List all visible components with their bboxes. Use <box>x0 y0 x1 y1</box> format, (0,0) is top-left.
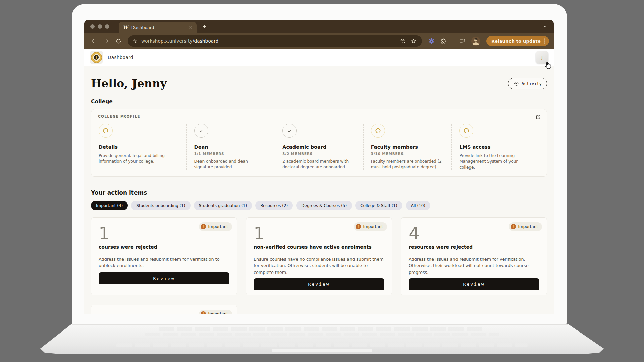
relaunch-label: Relaunch to update <box>491 39 541 44</box>
window-close-button[interactable] <box>90 24 95 29</box>
tab-title: Dashboard <box>131 25 185 30</box>
action-description: Address the issues and resubmit them for… <box>99 256 229 269</box>
relaunch-button[interactable]: Relaunch to update <box>486 36 549 46</box>
forward-icon[interactable] <box>101 36 112 46</box>
window-controls[interactable] <box>90 24 109 29</box>
review-button[interactable]: Review <box>99 272 229 284</box>
profile-step-title: Academic board <box>282 144 356 150</box>
laptop-keyboard <box>159 327 485 331</box>
extension-gear-icon[interactable] <box>426 36 437 46</box>
window-maximize-button[interactable] <box>105 24 109 29</box>
profile-step-dean: Dean 1/1 MEMBERS Dean onboarded and dean… <box>186 124 275 170</box>
action-description: Address the issues and resubmit them for… <box>409 256 539 276</box>
filter-chip-resources[interactable]: Resources (2) <box>255 201 293 210</box>
important-badge: ! Important <box>199 310 232 314</box>
action-description: Ensure courses have no compliance issues… <box>254 256 384 276</box>
browser-tab[interactable]: W Dashboard <box>119 22 197 33</box>
filter-chip-college-staff[interactable]: College & Staff (1) <box>355 201 402 210</box>
college-section-heading: College <box>91 99 547 105</box>
browser-toolbar: workshop.x.university/dashboard <box>84 33 554 49</box>
alert-dot-icon: ! <box>201 224 206 229</box>
review-button[interactable]: Review <box>254 278 384 290</box>
action-card: ! Important 4 resources were rejected Ad… <box>401 217 547 295</box>
filter-chip-row: Important (4) Students onboarding (1) St… <box>91 201 547 210</box>
kebab-menu-icon[interactable] <box>544 38 545 44</box>
college-seal-logo[interactable] <box>90 51 103 64</box>
tab-close-icon[interactable] <box>189 26 193 29</box>
alert-dot-icon: ! <box>511 224 516 229</box>
filter-chip-students-onboarding[interactable]: Students onboarding (1) <box>131 201 190 210</box>
external-link-icon[interactable] <box>535 114 541 120</box>
status-progress-icon <box>99 124 113 138</box>
profile-step-title: Faculty members <box>371 144 444 150</box>
card-divider <box>409 253 539 253</box>
address-bar[interactable]: workshop.x.university/dashboard <box>128 35 422 47</box>
browser-tab-strip: W Dashboard <box>84 20 554 33</box>
action-card: ! Important 1 courses were rejected Addr… <box>91 217 237 295</box>
media-controls-icon[interactable] <box>457 36 468 46</box>
zoom-out-icon[interactable] <box>400 38 406 44</box>
action-items-heading: Your action items <box>91 189 547 196</box>
laptop-trackpad <box>272 349 372 352</box>
action-title: courses were rejected <box>99 244 229 250</box>
profile-step-description: 2 academic board members with doctoral d… <box>282 159 356 170</box>
status-done-icon <box>194 124 208 138</box>
alert-dot-icon: ! <box>201 311 206 314</box>
browser-profile-avatar[interactable] <box>471 37 480 46</box>
profile-step-members: 3/10 MEMBERS <box>371 152 444 156</box>
tab-search-chevron-icon[interactable] <box>543 24 548 29</box>
profile-step-description: Provide general, legal and billing infor… <box>99 153 179 165</box>
important-badge: ! Important <box>509 222 542 231</box>
profile-step-description: Dean onboarded and dean signature provid… <box>194 159 268 170</box>
reload-icon[interactable] <box>113 36 124 46</box>
profile-step-title: LMS access <box>459 144 533 150</box>
desktop-background: W Dashboard <box>0 0 644 362</box>
profile-step-members: 3/2 MEMBERS <box>282 152 356 156</box>
review-button[interactable]: Review <box>409 278 539 290</box>
filter-chip-all[interactable]: All (10) <box>406 201 430 210</box>
important-badge: ! Important <box>199 222 232 231</box>
action-title: non-verified courses have active enrolme… <box>254 244 384 250</box>
pointer-cursor-icon <box>543 61 552 70</box>
filter-chip-students-graduation[interactable]: Students graduation (1) <box>194 201 252 210</box>
action-card-partial: ! Important 12 <box>91 305 237 314</box>
browser-window: W Dashboard <box>84 20 554 314</box>
profile-step-lms-access: LMS access Provide link to the Learning … <box>451 124 540 170</box>
profile-step-academic-board: Academic board 3/2 MEMBERS 2 academic bo… <box>275 124 363 170</box>
status-progress-icon <box>459 124 473 138</box>
status-done-icon <box>282 124 297 138</box>
page-viewport: Dashboard J Hello, Jenny Activity <box>84 49 554 314</box>
history-icon <box>514 81 519 86</box>
activity-button[interactable]: Activity <box>508 78 547 89</box>
site-settings-icon[interactable] <box>132 38 138 44</box>
tab-favicon-icon: W <box>123 25 128 30</box>
profile-step-title: Dean <box>194 144 268 150</box>
alert-dot-icon: ! <box>356 224 361 229</box>
extensions-puzzle-icon[interactable] <box>438 36 449 46</box>
page-greeting: Hello, Jenny <box>91 77 167 90</box>
filter-chip-degrees-courses[interactable]: Degrees & Courses (5) <box>296 201 352 210</box>
activity-label: Activity <box>522 81 542 86</box>
card-divider <box>99 253 229 253</box>
status-progress-icon <box>371 124 385 138</box>
laptop-keyboard <box>145 333 499 336</box>
college-profile-label: COLLEGE PROFILE <box>98 114 540 118</box>
new-tab-button[interactable] <box>202 24 207 29</box>
action-title: resources were rejected <box>409 244 539 250</box>
card-divider <box>254 253 384 253</box>
profile-step-description: Faculty members are onboarded (2 must ho… <box>371 159 444 170</box>
window-minimize-button[interactable] <box>98 24 102 29</box>
url-text[interactable]: workshop.x.university/dashboard <box>141 38 219 44</box>
bookmark-star-icon[interactable] <box>411 38 417 44</box>
filter-chip-important[interactable]: Important (4) <box>91 201 128 210</box>
profile-step-description: Provide link to the Learning Management … <box>459 153 533 170</box>
profile-step-title: Details <box>99 144 179 150</box>
app-header: Dashboard J <box>84 49 554 66</box>
app-title: Dashboard <box>108 55 133 60</box>
back-icon[interactable] <box>89 36 100 46</box>
college-profile-card: COLLEGE PROFILE Details Provi <box>91 109 547 177</box>
url-path: /dashboard <box>193 38 219 44</box>
url-host: workshop.x.university <box>141 38 193 44</box>
toolbar-divider <box>453 38 453 44</box>
laptop-screen: W Dashboard <box>72 4 567 324</box>
